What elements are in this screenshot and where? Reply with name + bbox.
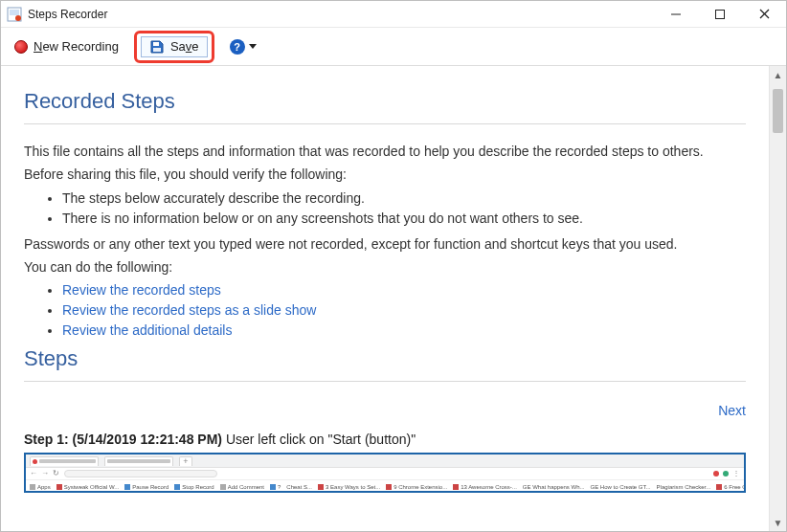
- passwords-text: Passwords or any other text you typed we…: [24, 234, 746, 254]
- list-item: Review the recorded steps as a slide sho…: [62, 300, 746, 321]
- chevron-down-icon: [249, 44, 257, 49]
- window-title: Steps Recorder: [28, 8, 107, 21]
- verify-list: The steps below accurately describe the …: [24, 188, 746, 229]
- svg-point-2: [15, 15, 21, 21]
- step-1-desc: User left click on "Start (button)": [222, 432, 416, 447]
- help-icon: ?: [230, 39, 245, 55]
- record-icon: [14, 40, 28, 54]
- svg-rect-4: [716, 10, 725, 18]
- list-item: Review the recorded steps: [62, 280, 746, 300]
- intro-text: This file contains all the steps and inf…: [24, 142, 746, 161]
- help-button[interactable]: ?: [222, 36, 264, 57]
- heading-steps: Steps: [24, 346, 746, 371]
- divider: [24, 381, 746, 382]
- can-do-text: You can do the following:: [24, 257, 746, 277]
- app-icon: [7, 7, 22, 22]
- link-review-slideshow[interactable]: Review the recorded steps as a slide sho…: [62, 302, 316, 318]
- save-label: Save: [170, 39, 199, 54]
- vertical-scrollbar[interactable]: ▲ ▼: [769, 66, 786, 531]
- new-recording-label: New Recording: [34, 39, 119, 54]
- close-button[interactable]: [742, 1, 786, 28]
- divider: [24, 123, 746, 124]
- svg-rect-8: [153, 48, 161, 52]
- list-item: The steps below accurately describe the …: [62, 188, 746, 209]
- action-links-list: Review the recorded steps Review the rec…: [24, 280, 746, 341]
- list-item: There is no information below or on any …: [62, 209, 746, 229]
- toolbar: New Recording Save ?: [1, 28, 786, 66]
- step-nav: Next: [24, 403, 746, 418]
- app-window: Steps Recorder New Recording: [0, 0, 787, 532]
- document-view: Recorded Steps This file contains all th…: [1, 66, 769, 531]
- scroll-up-arrow[interactable]: ▲: [770, 66, 786, 83]
- list-item: Review the additional details: [62, 321, 746, 341]
- step-1-screenshot: + ←→↻ ⋮ Apps Systweak Official W... Paus…: [24, 453, 746, 493]
- scroll-down-arrow[interactable]: ▼: [770, 514, 786, 531]
- title-bar: Steps Recorder: [1, 1, 786, 28]
- link-review-details[interactable]: Review the additional details: [62, 322, 232, 338]
- save-button-highlight: Save: [134, 31, 214, 63]
- save-button[interactable]: Save: [141, 36, 208, 57]
- minimize-button[interactable]: [654, 1, 698, 28]
- link-review-steps[interactable]: Review the recorded steps: [62, 282, 221, 298]
- svg-rect-1: [10, 10, 19, 15]
- maximize-button[interactable]: [698, 1, 742, 28]
- new-recording-button[interactable]: New Recording: [7, 36, 126, 56]
- next-link[interactable]: Next: [718, 403, 746, 418]
- heading-recorded-steps: Recorded Steps: [24, 89, 746, 114]
- save-icon: [149, 39, 165, 55]
- step-1-label: Step 1: (5/14/2019 12:21:48 PM): [24, 432, 222, 447]
- svg-rect-7: [153, 42, 159, 46]
- before-text: Before sharing this file, you should ver…: [24, 165, 746, 184]
- scroll-thumb[interactable]: [773, 89, 783, 133]
- step-1-caption: Step 1: (5/14/2019 12:21:48 PM) User lef…: [24, 432, 746, 447]
